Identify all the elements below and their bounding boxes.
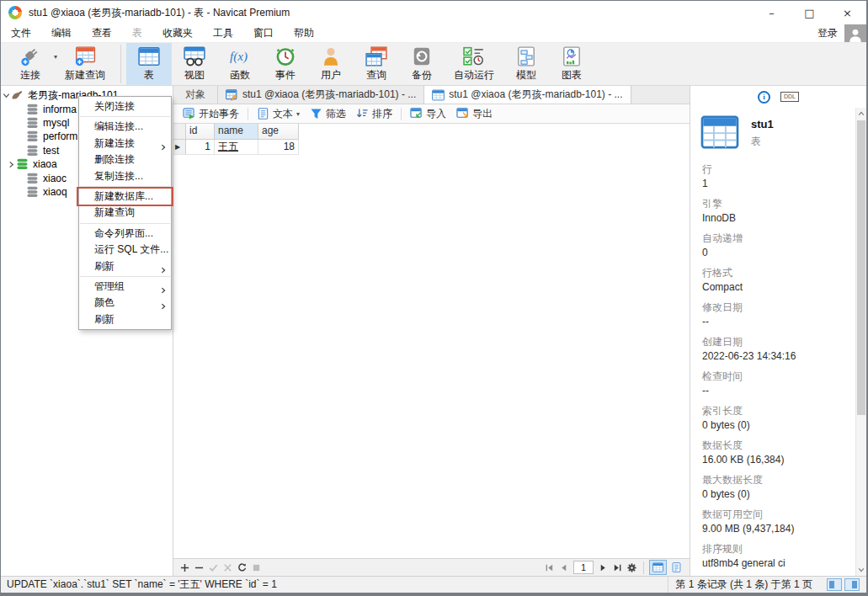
chart-button[interactable]: 图表 (549, 43, 594, 85)
new-query-button[interactable]: 新建查询 (55, 43, 115, 85)
menu-new-database[interactable]: 新建数据库... (79, 189, 171, 205)
tab-table-data[interactable]: stu1 @xiaoa (老男孩-mariadb-101) - ... (424, 86, 631, 104)
menu-close-connection[interactable]: 关闭连接 (79, 98, 171, 114)
toggle-right-panel-button[interactable] (844, 578, 860, 591)
event-clock-icon (274, 46, 296, 67)
info-icon[interactable] (758, 91, 770, 104)
toolbar-separator (643, 561, 644, 574)
menu-favorites[interactable]: 收藏夹 (152, 24, 203, 42)
menu-delete-connection[interactable]: 删除连接 (79, 152, 171, 168)
page-number-input[interactable]: 1 (573, 561, 594, 574)
cell-age[interactable]: 18 (258, 140, 299, 155)
begin-transaction-button[interactable]: 开始事务 (178, 107, 244, 121)
next-page-button[interactable] (596, 561, 610, 575)
scroll-up-icon[interactable] (856, 109, 866, 119)
connection-context-menu: 关闭连接 编辑连接... 新建连接 删除连接 复制连接... 新建数据库... … (78, 96, 172, 330)
database-icon (26, 130, 39, 142)
data-grid: id name age ▶ 1 王五 18 (173, 124, 299, 155)
column-header-id[interactable]: id (186, 124, 215, 140)
expand-caret-icon[interactable] (6, 161, 16, 168)
login-button[interactable]: 登录 (817, 26, 838, 40)
property-engine: 引擎 InnoDB (702, 198, 855, 225)
scrollbar-thumb[interactable] (857, 120, 865, 415)
connection-plug-icon (19, 46, 41, 67)
form-view-toggle[interactable] (668, 560, 685, 575)
query-button[interactable]: 查询 (354, 43, 399, 85)
property-created-date: 创建日期 2022-06-23 14:34:16 (702, 336, 855, 363)
mariadb-seal-icon (11, 89, 24, 101)
backup-button[interactable]: 备份 (399, 43, 445, 85)
menu-manage-group[interactable]: 管理组 (79, 279, 171, 295)
text-view-button[interactable]: 文本 ▾ (252, 107, 305, 121)
connection-button[interactable]: ▾ 连接 (6, 43, 55, 85)
navicat-window: stu1 @xiaoa (老男孩-mariadb-101) - 表 - Navi… (0, 0, 868, 596)
menu-execute-sql-file[interactable]: 运行 SQL 文件... (79, 242, 171, 258)
info-panel-scrollbar[interactable] (855, 108, 866, 576)
column-header-age[interactable]: age (258, 124, 299, 140)
scroll-down-icon[interactable] (856, 565, 866, 575)
menu-edit-connection[interactable]: 编辑连接... (79, 119, 171, 135)
stop-button (249, 561, 264, 575)
add-record-button[interactable] (178, 561, 192, 575)
table-data-toolbar: 开始事务 文本 ▾ 筛选 排序 (173, 104, 690, 124)
maximize-button[interactable]: □ (791, 1, 828, 24)
last-page-button[interactable] (610, 561, 625, 575)
menubar-right: 登录 (817, 24, 866, 42)
property-rows: 行 1 (702, 163, 855, 190)
object-name: stu1 (751, 118, 774, 130)
backup-icon (411, 46, 433, 67)
menu-window[interactable]: 窗口 (243, 24, 284, 42)
settings-gear-icon[interactable] (625, 561, 639, 575)
menu-new-query[interactable]: 新建查询 (79, 205, 171, 221)
new-query-icon (74, 46, 96, 67)
property-check-time: 检查时间 -- (702, 370, 855, 397)
ddl-tab[interactable]: DDL (780, 92, 799, 102)
menu-view[interactable]: 查看 (82, 24, 122, 42)
cell-id[interactable]: 1 (186, 140, 215, 155)
first-page-button[interactable] (542, 561, 556, 575)
menu-color[interactable]: 颜色 (79, 295, 171, 311)
function-button[interactable]: 函数 (217, 43, 263, 85)
dropdown-caret-icon[interactable]: ▾ (296, 110, 300, 118)
table-button[interactable]: 表 (126, 43, 172, 85)
toggle-left-panel-button[interactable] (827, 578, 842, 591)
navicat-logo-icon (8, 6, 22, 19)
sort-icon (356, 108, 369, 120)
filter-button[interactable]: 筛选 (305, 107, 351, 121)
event-button[interactable]: 事件 (263, 43, 308, 85)
property-data-length: 数据长度 16.00 KB (16,384) (702, 439, 855, 466)
menu-refresh[interactable]: 刷新 (79, 311, 171, 327)
menu-refresh-submenu[interactable]: 刷新 (79, 258, 171, 274)
minimize-button[interactable]: – (753, 1, 791, 24)
tab-design-table[interactable]: stu1 @xiaoa (老男孩-mariadb-101) - ... (218, 86, 424, 104)
delete-record-button[interactable] (192, 561, 206, 575)
expand-collapse-caret-icon[interactable] (1, 92, 11, 99)
view-button[interactable]: 视图 (172, 43, 217, 85)
user-avatar-icon[interactable] (844, 24, 866, 42)
sort-button[interactable]: 排序 (351, 107, 397, 121)
cell-name[interactable]: 王五 (215, 140, 258, 155)
user-button[interactable]: 用户 (308, 43, 354, 85)
menu-duplicate-connection[interactable]: 复制连接... (79, 168, 171, 184)
export-button[interactable]: 导出 (451, 107, 498, 121)
automation-button[interactable]: 自动运行 (445, 43, 503, 85)
main-toolbar: ▾ 连接 新建查询 表 视图 函数 事件 用户 查询 (1, 42, 866, 86)
grid-view-toggle[interactable] (649, 560, 667, 575)
column-header-name[interactable]: name (215, 124, 258, 140)
menu-new-connection[interactable]: 新建连接 (79, 136, 171, 152)
tab-objects[interactable]: 对象 (173, 86, 218, 104)
design-table-icon (226, 89, 238, 101)
window-controls: – □ × (753, 1, 866, 24)
menu-tools[interactable]: 工具 (203, 24, 243, 42)
menu-command-line-interface[interactable]: 命令列界面... (79, 226, 171, 242)
close-button[interactable]: × (828, 1, 866, 24)
previous-page-button[interactable] (556, 561, 571, 575)
menu-help[interactable]: 帮助 (284, 24, 324, 42)
refresh-records-button[interactable] (235, 561, 249, 575)
import-button[interactable]: 导入 (405, 107, 451, 121)
model-button[interactable]: 模型 (503, 43, 549, 85)
property-collation: 排序规则 utf8mb4 general ci (702, 543, 855, 570)
menu-file[interactable]: 文件 (1, 24, 41, 42)
filter-funnel-icon (310, 108, 322, 120)
menu-edit[interactable]: 编辑 (41, 24, 82, 42)
